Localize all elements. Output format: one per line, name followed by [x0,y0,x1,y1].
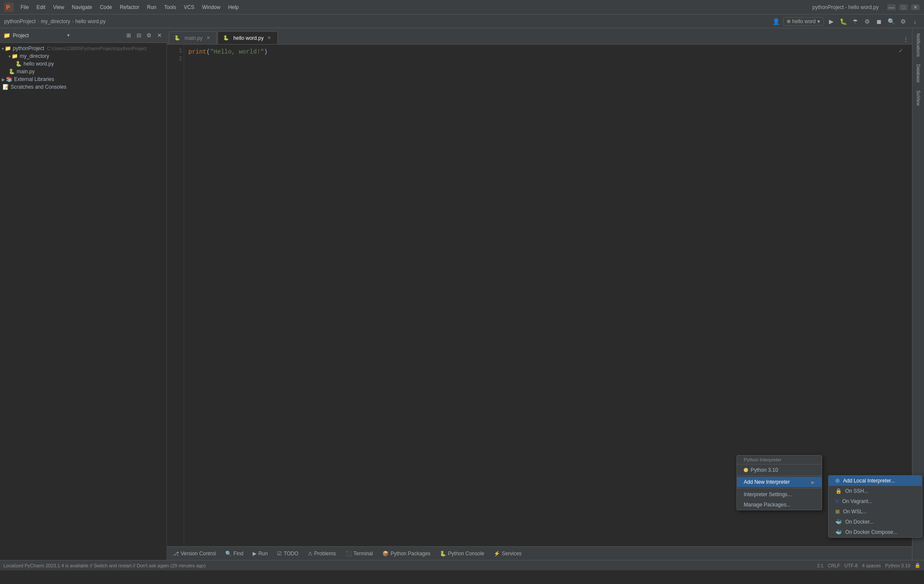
breadcrumb-sep-2: › [72,18,74,24]
interpreter-selector[interactable]: hello word ▾ [783,17,824,26]
menu-run[interactable]: Run [143,3,160,12]
tree-item-hello-word[interactable]: 🐍 hello word.py [0,60,167,68]
debug-button[interactable]: 🐛 [838,17,848,26]
bottom-tab-problems[interactable]: ⚠ Problems [304,549,340,558]
on-docker-compose-item[interactable]: 🐳 On Docker Compose... [829,527,922,537]
manage-packages-item[interactable]: Manage Packages... [737,500,822,510]
bottom-tab-services[interactable]: ⚡ Services [489,549,526,558]
menu-tools[interactable]: Tools [161,3,179,12]
window-controls: — □ ✕ [887,4,920,10]
run-more-button[interactable]: ⚙ [862,17,872,26]
interpreter-python310-item[interactable]: Python 3.10 [737,465,822,475]
close-button[interactable]: ✕ [911,4,920,10]
menu-file[interactable]: File [17,3,32,12]
tree-item-root[interactable]: ▾ 📁 pythonProject C:\Users\13600\Pycharm… [0,45,167,52]
settings-button[interactable]: ⚙ [898,17,908,26]
menu-help[interactable]: Help [225,3,242,12]
project-panel-icon: 📁 [3,32,10,39]
status-line-ending[interactable]: CRLF [828,563,840,568]
tab-main-py[interactable]: 🐍 main.py ✕ [169,31,217,44]
status-position[interactable]: 2:1 [817,563,823,568]
breadcrumb: pythonProject › my_directory › hello wor… [4,18,769,24]
status-message: Localized PyCharm 2023.1.4 is available … [3,563,813,568]
menu-refactor[interactable]: Refactor [116,3,143,12]
code-line-1: print ( "Hello, world!" ) [188,47,908,57]
status-indent[interactable]: 4 spaces [862,563,881,568]
bottom-tab-terminal[interactable]: ⬛ Terminal [341,549,377,558]
project-tree: ▾ 📁 pythonProject C:\Users\13600\Pycharm… [0,43,167,560]
app-icon: P [4,3,14,12]
tree-item-main-py[interactable]: 🐍 main.py [0,68,167,75]
chevron-my-directory: ▾ [9,54,11,59]
add-local-interpreter-item[interactable]: Add Local Interpreter... [829,476,922,486]
on-ssh-item[interactable]: 🔒 On SSH... [829,486,922,496]
project-dropdown-icon[interactable]: ▾ [67,33,70,38]
bottom-tab-todo[interactable]: ☑ TODO [273,549,302,558]
menu-edit[interactable]: Edit [33,3,49,12]
local-interpreter-icon [835,479,840,483]
py-icon-main: 🐍 [9,69,15,75]
tree-label-scratches: Scratches and Consoles [11,84,66,90]
user-icon-button[interactable]: 👤 [771,17,781,26]
menu-navigate[interactable]: Navigate [69,3,95,12]
on-vagrant-item[interactable]: V On Vagrant... [829,496,922,506]
tab-hello-word[interactable]: 🐍 hello word.py ✕ [218,31,278,44]
breadcrumb-project[interactable]: pythonProject [4,18,36,24]
on-vagrant-label: On Vagrant... [842,498,872,504]
settings-icon[interactable]: ⚙ [145,32,153,39]
on-docker-item[interactable]: 🐳 On Docker... [829,517,922,527]
stop-button[interactable]: ◼ [874,17,884,26]
bottom-tab-python-packages[interactable]: 📦 Python Packages [378,549,435,558]
menu-code[interactable]: Code [96,3,116,12]
bottom-tab-run[interactable]: ▶ Run [248,549,272,558]
tree-label-external-libs: External Libraries [14,76,54,82]
sciview-sidebar-btn[interactable]: SciView [914,87,922,109]
menu-window[interactable]: Window [199,3,224,12]
bottom-tab-python-console[interactable]: 🐍 Python Console [435,549,489,558]
maximize-button[interactable]: □ [899,4,908,10]
menu-view[interactable]: View [50,3,68,12]
add-new-interpreter-item[interactable]: Add New Interpreter ▶ [737,477,822,487]
bottom-tab-version-control[interactable]: ⎇ Version Control [169,549,220,558]
minimize-button[interactable]: — [887,4,896,10]
sync-icon[interactable]: ⊞ [125,32,132,39]
breadcrumb-dir[interactable]: my_directory [41,18,70,24]
on-docker-label: On Docker... [845,519,874,525]
menu-vcs[interactable]: VCS [180,3,198,12]
breadcrumb-sep-1: › [37,18,39,24]
on-wsl-item[interactable]: ⊞ On WSL... [829,506,922,517]
tab-hello-close[interactable]: ✕ [266,35,272,41]
breadcrumb-file[interactable]: hello word.py [75,18,106,24]
py-icon-tab-hello: 🐍 [223,35,229,41]
interpreter-settings-item[interactable]: Interpreter Settings... [737,489,822,500]
tab-main-label: main.py [185,35,203,41]
database-sidebar-btn[interactable]: Database [914,61,922,86]
status-encoding[interactable]: UTF-8 [844,563,858,568]
status-interpreter[interactable]: Python 3.10 [885,563,910,568]
project-panel-title: Project [13,33,63,39]
bottom-tab-vc-label: Version Control [181,551,216,557]
collapse-all-icon[interactable]: ⊟ [135,32,143,39]
chevron-external-libs: ▶ [2,77,5,82]
bottom-tab-find[interactable]: 🔍 Find [221,549,247,558]
ssh-icon: 🔒 [835,488,842,494]
tree-item-external-libs[interactable]: ▶ 📚 External Libraries [0,75,167,83]
scratch-icon: 📝 [3,84,9,90]
search-everywhere-button[interactable]: 🔍 [886,17,896,26]
tab-main-close[interactable]: ✕ [205,35,211,41]
status-bar: Localized PyCharm 2023.1.4 is available … [0,560,924,570]
tabs-menu-button[interactable]: ⋮ [901,34,910,44]
find-icon: 🔍 [225,551,232,557]
notifications-sidebar-btn[interactable]: Notifications [914,30,922,60]
svg-text:P: P [6,4,10,11]
tree-label-main: main.py [17,69,35,75]
folder-icon-my-directory: 📁 [12,53,18,59]
run-button[interactable]: ▶ [826,17,836,26]
close-panel-icon[interactable]: ✕ [155,32,163,39]
tree-item-scratches[interactable]: 📝 Scratches and Consoles [0,83,167,91]
tree-item-my-directory[interactable]: ▾ 📁 my_directory [0,52,167,60]
run-coverage-button[interactable]: ☂ [850,17,860,26]
update-button[interactable]: ↓ [910,17,920,26]
on-wsl-label: On WSL... [843,509,867,515]
interpreter-python310-label: Python 3.10 [751,467,778,473]
